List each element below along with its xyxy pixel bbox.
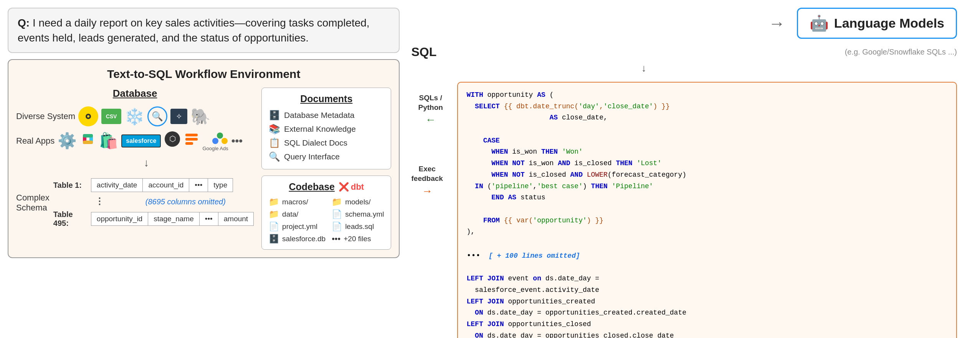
workflow-title: Text-to-SQL Workflow Environment (16, 68, 391, 81)
codebase-box: Codebase ❌ dbt 📁 macros/ (261, 176, 391, 250)
codebase-title-row: Codebase ❌ dbt (269, 181, 384, 192)
docs-codebase-column: Documents 🗄️ Database Metadata 📚 Externa… (261, 88, 391, 250)
github-icon: ⬡ (164, 131, 181, 151)
codebase-file-data-text: data/ (282, 210, 298, 219)
svg-rect-9 (185, 134, 198, 136)
sql-label: SQL (411, 45, 436, 59)
codebase-files-grid: 📁 macros/ 📁 models/ 📁 data/ (269, 197, 384, 244)
lm-title: Language Models (834, 16, 944, 31)
table495-label: Table 495: (53, 210, 88, 228)
doc-item-4: 🔍 Query Interface (269, 150, 384, 164)
exec-feedback-group: Execfeedback → (411, 164, 443, 197)
dbt-icon (78, 106, 98, 126)
table495-col1: opportunity_id (91, 212, 148, 225)
complex-schema-section: Complex Schema Table 1: activity_date ac… (16, 178, 254, 229)
dbt-x-icon: ❌ (339, 182, 349, 192)
left-side: Q: I need a daily report on key sales ac… (8, 8, 400, 258)
doc-item-1: 🗄️ Database Metadata (269, 108, 384, 122)
question-box: Q: I need a daily report on key sales ac… (8, 8, 400, 53)
schema-vertical-dots: ⋮ (95, 196, 104, 208)
svg-point-12 (212, 138, 218, 144)
left-annotations: SQLs /Python ← Execfeedback → (411, 93, 443, 197)
dbt-label: dbt (351, 182, 364, 192)
language-models-box: 🤖 Language Models (797, 8, 957, 39)
sql-header-row: SQL (e.g. Google/Snowflake SQLs ...) (411, 45, 972, 59)
slack-icon (80, 131, 96, 151)
doc-item-2-text: External Knowledge (284, 124, 356, 134)
schema-dots: ⋮ (8695 columns omitted) (56, 196, 254, 208)
google-ads-icon: Google Ads (202, 130, 228, 151)
file-schema-icon: 📄 (332, 209, 342, 219)
codebase-more-files-text: +20 files (344, 235, 371, 243)
documents-title: Documents (269, 93, 384, 104)
svg-point-13 (221, 138, 228, 144)
real-apps-section: Real Apps ⚙️ (16, 130, 254, 151)
folder-models-icon: 📁 (332, 197, 342, 207)
sql-annotation: (e.g. Google/Snowflake SQLs ...) (845, 48, 957, 56)
codebase-file-macros: 📁 macros/ (269, 197, 326, 207)
search-db-icon: 🔍 (147, 106, 167, 126)
databricks-icon: ✧ (170, 109, 187, 124)
codebase-file-macros-text: macros/ (282, 198, 308, 206)
question-text: I need a daily report on key sales activ… (18, 17, 370, 44)
codebase-file-salesforce-db: 🗄️ salesforce.db (269, 234, 326, 244)
codebase-file-models: 📁 models/ (332, 197, 384, 207)
right-side: → 🤖 Language Models SQL (e.g. Google/Sno… (411, 8, 972, 330)
robot-icon: 🤖 (810, 14, 829, 32)
table1-col4: type (208, 179, 233, 192)
orange-stripes-icon (184, 131, 199, 150)
codebase-file-leads: 📄 leads.sql (332, 222, 384, 232)
sqls-python-label: SQLs /Python (418, 93, 443, 112)
table1-col1: activity_date (91, 179, 143, 192)
file-leads-icon: 📄 (332, 222, 342, 232)
main-container: Q: I need a daily report on key sales ac… (8, 8, 972, 330)
real-apps-icons: ⚙️ 🛍️ (58, 130, 243, 151)
file-salesforce-db-icon: 🗄️ (269, 234, 279, 244)
postgres-icon: 🐘 (190, 107, 210, 126)
arrow-to-lm: → (768, 14, 785, 33)
diverse-system-section: Diverse System CSV (16, 106, 254, 126)
codebase-more-files: ••• +20 files (332, 234, 384, 244)
exec-feedback-arrow: → (422, 185, 433, 197)
codebase-file-schema-text: schema.yml (345, 210, 384, 219)
table495-row: Table 495: opportunity_id stage_name •••… (53, 210, 254, 228)
query-interface-icon: 🔍 (269, 151, 280, 162)
csv-icon: CSV (101, 109, 121, 124)
snowflake-icon: ❄️ (124, 107, 144, 126)
lm-to-sql-arrow: ↓ (411, 62, 972, 74)
sql-code-box: WITH opportunity AS ( SELECT {{ dbt.date… (457, 82, 957, 338)
diverse-system-icons: CSV ❄️ 🔍 ✧ 🐘 (78, 106, 210, 126)
folder-data-icon: 📁 (269, 209, 279, 219)
codebase-title: Codebase (289, 181, 334, 192)
svg-point-14 (217, 133, 223, 139)
svg-rect-10 (185, 138, 198, 141)
ext-knowledge-icon: 📚 (269, 124, 280, 134)
codebase-file-project-text: project.yml (282, 222, 317, 231)
documents-box: Documents 🗄️ Database Metadata 📚 Externa… (261, 88, 391, 169)
google-ads-label: Google Ads (202, 146, 228, 151)
diverse-system-label: Diverse System (16, 111, 75, 121)
codebase-file-models-text: models/ (345, 198, 371, 206)
exec-feedback-label: Execfeedback (411, 164, 443, 183)
table495-cells: opportunity_id stage_name ••• amount (91, 212, 254, 226)
table1-row: Table 1: activity_date account_id ••• ty… (53, 178, 254, 192)
db-metadata-icon: 🗄️ (269, 110, 280, 121)
table1-label: Table 1: (53, 181, 88, 190)
svg-point-2 (87, 115, 89, 118)
table1-cells: activity_date account_id ••• type (91, 178, 233, 192)
sqls-python-group: SQLs /Python ← (418, 93, 443, 126)
doc-item-1-text: Database Metadata (284, 111, 354, 120)
workflow-box: Text-to-SQL Workflow Environment Databas… (8, 59, 400, 258)
database-column: Database Diverse System (16, 88, 254, 250)
omitted-cols-text: (8695 columns omitted) (145, 197, 226, 206)
workflow-columns: Database Diverse System (16, 88, 391, 250)
sql-dialect-icon: 📋 (269, 138, 280, 148)
shopify-icon: 🛍️ (99, 132, 118, 150)
database-title: Database (16, 88, 254, 99)
more-apps-icon: ••• (231, 135, 243, 147)
codebase-file-leads-text: leads.sql (345, 222, 374, 231)
table495-col4: amount (218, 212, 253, 225)
sql-area: SQLs /Python ← Execfeedback → WITH oppor… (411, 82, 972, 338)
svg-rect-6 (83, 141, 93, 144)
codebase-file-schema: 📄 schema.yml (332, 209, 384, 219)
